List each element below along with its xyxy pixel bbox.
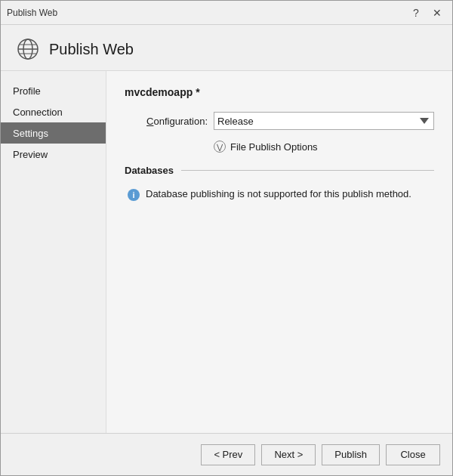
sidebar-label-connection: Connection [13,107,63,118]
globe-icon [16,37,40,61]
title-bar-text: Publish Web [7,8,407,18]
next-button[interactable]: Next > [261,444,316,465]
close-button[interactable]: Close [386,444,440,465]
expand-icon: ⋁ [214,141,226,153]
sidebar-label-profile: Profile [13,85,41,97]
title-bar: Publish Web ? ✕ [1,1,452,25]
divider-line [181,170,434,171]
info-message: Database publishing is not supported for… [146,188,411,199]
sidebar: Profile Connection Settings Preview [1,71,106,433]
main-content: mvcdemoapp * Configuration: Debug Releas… [106,71,452,433]
prev-button[interactable]: < Prev [201,444,255,465]
title-bar-buttons: ? ✕ [407,5,446,20]
sidebar-item-connection[interactable]: Connection [1,101,106,122]
help-button[interactable]: ? [407,5,425,20]
dialog-title: Publish Web [49,41,134,58]
sidebar-label-preview: Preview [13,149,48,160]
publish-web-dialog: Publish Web ? ✕ Publish Web Profile C [0,0,453,476]
config-row: Configuration: Debug Release [125,112,434,130]
expand-label: File Publish Options [230,141,318,153]
window-close-button[interactable]: ✕ [428,5,446,20]
databases-label: Databases [125,165,174,176]
sidebar-label-settings: Settings [13,128,48,139]
dialog-header: Publish Web [1,25,452,71]
sidebar-item-preview[interactable]: Preview [1,144,106,165]
dialog-footer: < Prev Next > Publish Close [1,433,452,475]
info-row: i Database publishing is not supported f… [128,188,434,201]
config-label: Configuration: [125,116,208,127]
databases-section-header: Databases [125,165,434,176]
sidebar-item-profile[interactable]: Profile [1,80,106,101]
content-area: Profile Connection Settings Preview mvcd… [1,71,452,433]
project-name: mvcdemoapp * [125,86,434,98]
config-select[interactable]: Debug Release [214,112,434,130]
file-publish-options-expander[interactable]: ⋁ File Publish Options [214,141,434,153]
sidebar-item-settings[interactable]: Settings [1,122,106,144]
info-icon: i [128,189,140,201]
config-label-text: onfiguration: [153,116,208,127]
publish-button[interactable]: Publish [322,444,380,465]
